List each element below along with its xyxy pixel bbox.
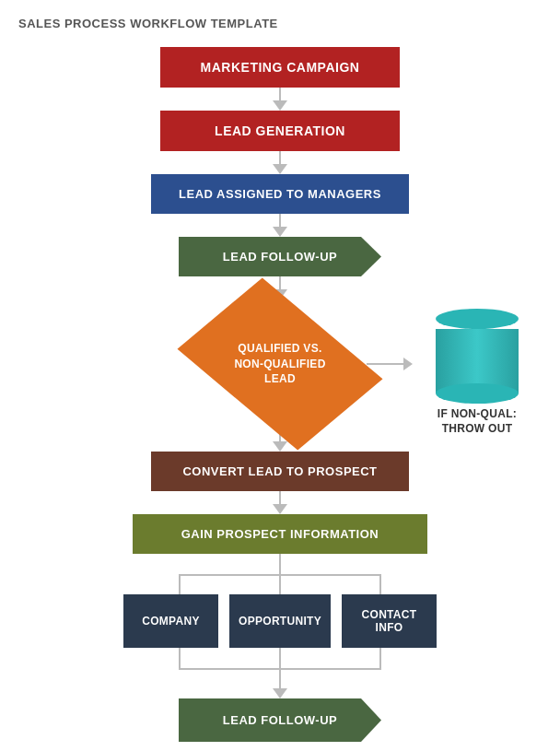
connector-1 [279,88,281,100]
arrow-6 [273,504,287,514]
merge-right-vert [379,648,381,668]
arrow-right-head [403,358,413,370]
company-box: COMPANY [123,594,218,648]
merge-center-vert [279,648,281,668]
nonqual-label: IF NON-QUAL: THROW OUT [438,407,517,436]
cylinder-top [436,309,519,329]
split-right-vert [379,574,381,594]
split-left-vert [179,574,181,594]
lead-generation-box: LEAD GENERATION [160,111,400,151]
arrow-7 [273,688,287,698]
lead-followup-2-box: LEAD FOLLOW-UP [179,698,381,742]
cylinder-shape [436,309,519,404]
contact-info-label: CONTACT INFO [362,608,417,634]
arrow-5 [273,441,287,452]
gain-prospect-box: GAIN PROSPECT INFORMATION [133,514,427,554]
arrow-3 [273,227,287,237]
lead-followup-1-box: LEAD FOLLOW-UP [179,237,381,276]
merge-center-down [279,668,281,688]
diamond-row: QUALIFIED vs. NON-QUALIFIED LEAD IF NON-… [18,299,542,428]
split-horiz-line [179,574,381,576]
opportunity-box: OPPORTUNITY [229,594,331,648]
connector-2 [279,151,281,164]
contact-info-box: CONTACT INFO [342,594,437,648]
split-section [123,554,437,594]
cylinder-bottom [436,383,519,404]
arrow-2 [273,164,287,174]
connector-6 [279,491,281,504]
arrow-right-line [367,363,403,365]
merge-left-vert [179,648,181,668]
arrow-1 [273,100,287,111]
flowchart: MARKETING CAMPAIGN LEAD GENERATION LEAD … [18,47,542,742]
convert-lead-box: CONVERT LEAD TO PROSPECT [151,452,409,491]
connector-3 [279,214,281,227]
branches-row: COMPANY OPPORTUNITY CONTACT INFO [123,594,437,648]
nonqual-cylinder-group: IF NON-QUAL: THROW OUT [431,309,523,436]
lead-assigned-box: LEAD ASSIGNED TO MANAGERS [151,174,409,214]
connector-4 [279,276,281,289]
merge-section [123,648,437,688]
marketing-campaign-box: MARKETING CAMPAIGN [160,47,400,88]
diamond-label: QUALIFIED vs. NON-QUALIFIED LEAD [234,341,325,387]
page-title: SALES PROCESS WORKFLOW TEMPLATE [18,17,542,30]
qualified-diamond: QUALIFIED vs. NON-QUALIFIED LEAD [188,304,372,424]
arrow-right-nonqual [367,358,413,370]
